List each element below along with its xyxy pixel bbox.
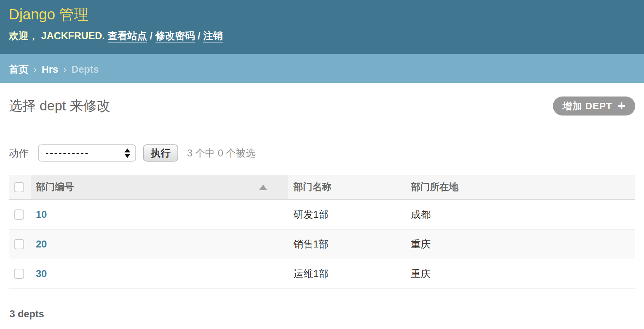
action-select[interactable]: ---------- — [38, 144, 136, 162]
username: JACKFRUED — [41, 30, 102, 41]
select-spinner-icon — [124, 148, 130, 158]
select-all-header — [9, 175, 31, 200]
column-header-dept-location[interactable]: 部门所在地 — [406, 175, 635, 200]
change-password-link[interactable]: 修改密码 — [156, 30, 195, 43]
dept-link[interactable]: 10 — [36, 209, 47, 220]
column-header-label: 部门名称 — [293, 181, 332, 192]
action-counter: 3 个中 0 个被选 — [187, 147, 256, 160]
user-tools-separator: / — [198, 30, 201, 41]
dept-location-cell: 成都 — [406, 200, 635, 230]
page-title: 选择 dept 来修改 — [9, 97, 111, 115]
dept-link[interactable]: 20 — [36, 239, 47, 250]
user-tools-separator: / — [150, 30, 153, 41]
row-select-cell — [9, 259, 31, 289]
row-select-cell — [9, 200, 31, 230]
dept-no-cell: 20 — [31, 230, 288, 259]
table-row: 30 运维1部 重庆 — [9, 259, 635, 289]
row-select-cell — [9, 230, 31, 259]
dept-link[interactable]: 30 — [36, 268, 47, 279]
column-header-dept-name[interactable]: 部门名称 — [288, 175, 406, 200]
view-site-link[interactable]: 查看站点 — [108, 30, 147, 43]
logout-link[interactable]: 注销 — [203, 30, 223, 43]
row-checkbox[interactable] — [14, 209, 24, 220]
breadcrumb-separator: › — [61, 64, 69, 75]
dept-location-cell: 重庆 — [406, 259, 635, 289]
dept-no-cell: 10 — [31, 200, 288, 230]
user-tools: 欢迎， JACKFRUED. 查看站点 / 修改密码 / 注销 — [9, 29, 635, 42]
table-row: 10 研发1部 成都 — [9, 200, 635, 230]
column-header-label: 部门所在地 — [411, 181, 458, 192]
row-checkbox[interactable] — [14, 239, 24, 249]
username-suffix: . — [102, 30, 105, 41]
dept-location-cell: 重庆 — [406, 230, 635, 259]
actions-bar: 动作 ---------- 执行 3 个中 0 个被选 — [9, 144, 635, 162]
action-select-value: ---------- — [45, 147, 89, 159]
breadcrumb-current: Depts — [71, 64, 99, 75]
site-title-link[interactable]: Django 管理 — [9, 5, 635, 23]
result-list: 部门编号 部门名称 部门所在地 10 研发1部 成都 — [9, 175, 635, 329]
paginator-count: 3 depts — [9, 299, 635, 329]
breadcrumb-separator: › — [31, 64, 39, 75]
row-checkbox[interactable] — [14, 269, 24, 279]
add-dept-button-label: 增加 DEPT — [562, 100, 612, 113]
dept-name-cell: 研发1部 — [288, 200, 406, 230]
welcome-prefix: 欢迎， — [9, 30, 38, 41]
content-header: 选择 dept 来修改 增加 DEPT + — [9, 96, 635, 116]
select-all-checkbox[interactable] — [14, 182, 24, 192]
actions-label: 动作 — [9, 147, 29, 160]
dept-name-cell: 销售1部 — [288, 230, 406, 259]
plus-icon: + — [618, 101, 626, 111]
column-header-dept-no[interactable]: 部门编号 — [31, 175, 288, 200]
content: 选择 dept 来修改 增加 DEPT + 动作 ---------- 执行 3… — [0, 96, 644, 329]
run-action-button[interactable]: 执行 — [143, 144, 178, 162]
column-header-label: 部门编号 — [36, 181, 74, 192]
breadcrumb-hrs-link[interactable]: Hrs — [42, 64, 58, 75]
breadcrumb-home-link[interactable]: 首页 — [9, 64, 29, 75]
sort-ascending-icon[interactable] — [259, 185, 267, 190]
table-row: 20 销售1部 重庆 — [9, 230, 635, 259]
dept-name-cell: 运维1部 — [288, 259, 406, 289]
breadcrumb: 首页 › Hrs › Depts — [0, 54, 644, 83]
table-header-row: 部门编号 部门名称 部门所在地 — [9, 175, 635, 200]
site-header: Django 管理 欢迎， JACKFRUED. 查看站点 / 修改密码 / 注… — [0, 0, 644, 54]
add-dept-button[interactable]: 增加 DEPT + — [553, 97, 635, 116]
dept-no-cell: 30 — [31, 259, 288, 289]
